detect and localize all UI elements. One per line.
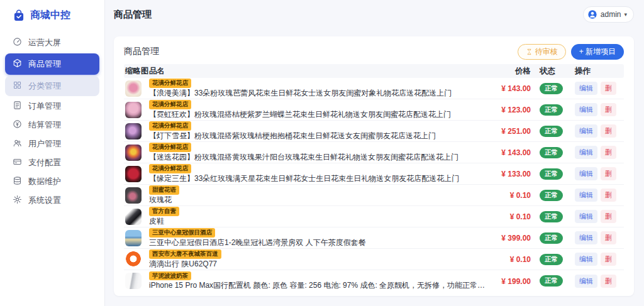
sidebar-item-label: 商品管理 (28, 58, 61, 70)
delete-button[interactable]: 删 (601, 275, 616, 288)
card-header: 商品管理 待审核 + 新增项目 (124, 43, 624, 60)
shop-badge: 芋泥波波奶茶 (149, 271, 191, 280)
product-name: iPhone 15 Pro Max国行配置机 颜色: 原色 容量: 256 电池… (149, 281, 487, 290)
status-badge: 正常 (540, 254, 563, 265)
table-row: 花满分鲜花店 【迷迭花园】粉玫瑰混搭黄玫瑰果汁阳台玫瑰花束生日鲜花礼物送女朋友闺… (124, 142, 624, 163)
table-row: 甜蜜花语 玫瑰花 ¥ 0.10 正常 编辑 删 (124, 185, 624, 206)
product-price: ¥ 143.00 (501, 148, 531, 157)
hourglass-icon (526, 48, 533, 55)
table-row: 官方自营 皮鞋 ¥ 0.10 正常 编辑 删 (124, 206, 624, 227)
delete-button[interactable]: 删 (601, 146, 616, 159)
card-actions: 待审核 + 新增项目 (518, 44, 624, 60)
sidebar-item[interactable]: 商品管理 (5, 53, 99, 75)
shop-badge: 西安市大唐不夜城茶百道 (149, 249, 221, 258)
user-menu[interactable]: admin ▾ (583, 6, 634, 23)
sidebar-item[interactable]: 用户管理 (5, 134, 99, 153)
edit-button[interactable]: 编辑 (575, 103, 597, 116)
product-card: 商品管理 待审核 + 新增项目 缩略图 品名 价格 状态 操作 (114, 36, 634, 296)
status-badge: 正常 (540, 190, 563, 201)
sidebar-item[interactable]: 系统设置 (5, 191, 99, 210)
product-price: ¥ 133.00 (501, 170, 531, 178)
sidebar-item-label: 运营大屏 (28, 37, 61, 48)
sidebar-item[interactable]: 结算管理 (5, 116, 99, 134)
product-thumbnail (125, 209, 142, 225)
sidebar-item[interactable]: 运营大屏 (5, 33, 99, 52)
product-thumbnail (125, 145, 142, 161)
edit-button[interactable]: 编辑 (575, 189, 597, 202)
pending-review-button[interactable]: 待审核 (518, 44, 566, 60)
delete-button[interactable]: 删 (601, 189, 616, 202)
sidebar-item-label: 数据维护 (28, 176, 61, 187)
edit-button[interactable]: 编辑 (575, 167, 597, 180)
shop-badge: 三亚中心皇冠假日酒店 (149, 228, 215, 237)
column-operations: 操作 (575, 66, 624, 77)
edit-button[interactable]: 编辑 (575, 275, 597, 288)
delete-button[interactable]: 删 (601, 253, 616, 266)
delete-button[interactable]: 删 (601, 210, 616, 223)
delete-button[interactable]: 删 (601, 124, 616, 138)
product-thumbnail (125, 251, 142, 268)
product-thumbnail (125, 230, 142, 246)
sidebar-item[interactable]: 支付配置 (5, 153, 99, 172)
delete-button[interactable]: 删 (601, 82, 616, 95)
shop-badge: 甜蜜花语 (149, 185, 179, 194)
column-status: 状态 (540, 66, 575, 77)
status-badge: 正常 (540, 211, 563, 222)
product-name: 玫瑰花 (149, 195, 487, 205)
product-name: 三亚中心皇冠假日酒店1-2晚皇冠礼遇湾景房双 人下午茶度假套餐 (149, 238, 487, 248)
sidebar-item-label: 订单管理 (28, 101, 61, 112)
user-name: admin (601, 10, 621, 19)
product-price: ¥ 0.10 (510, 212, 531, 221)
sidebar: 商城中控 运营大屏 商品管理 分类管理 订单管理 结算管理 用户管理 支付配置 … (0, 0, 105, 306)
sidebar-item-label: 用户管理 (28, 138, 61, 150)
edit-button[interactable]: 编辑 (575, 124, 597, 138)
table-row: 花满分鲜花店 【浪漫美满】33朵粉玫瑰芭蕾风花束生日鲜花女士送女朋友闺蜜对象礼物… (124, 78, 624, 99)
app-title: 商城中控 (30, 9, 70, 22)
add-item-button[interactable]: + 新增项目 (571, 44, 624, 60)
topbar: 商品管理 admin ▾ (105, 0, 644, 29)
shop-badge: 花满分鲜花店 (149, 79, 191, 87)
status-badge: 正常 (540, 83, 563, 94)
product-name: 滴滴出行 陕U62Q77 (149, 260, 487, 269)
table-row: 西安市大唐不夜城茶百道 滴滴出行 陕U62Q77 ¥ 0.10 正常 编辑 删 (124, 249, 624, 270)
card-title: 商品管理 (124, 46, 159, 57)
product-name: 皮鞋 (149, 217, 487, 226)
edit-button[interactable]: 编辑 (575, 146, 597, 159)
product-price: ¥ 123.00 (501, 106, 531, 114)
sidebar-item[interactable]: 分类管理 (5, 76, 99, 96)
sidebar-menu: 运营大屏 商品管理 分类管理 订单管理 结算管理 用户管理 支付配置 数据维护 … (0, 32, 104, 211)
gauge-icon (13, 37, 22, 48)
shopping-bag-icon (13, 9, 25, 22)
sidebar-item[interactable]: 订单管理 (5, 97, 99, 116)
product-table-body: 花满分鲜花店 【浪漫美满】33朵粉玫瑰芭蕾风花束生日鲜花女士送女朋友闺蜜对象礼物… (124, 78, 624, 292)
chevron-down-icon: ▾ (624, 11, 627, 18)
sidebar-item-label: 分类管理 (28, 80, 61, 92)
product-price: ¥ 399.00 (501, 234, 531, 243)
edit-button[interactable]: 编辑 (575, 210, 597, 223)
product-price: ¥ 251.00 (501, 127, 531, 136)
column-name: 品名 (149, 66, 487, 77)
status-badge: 正常 (540, 168, 563, 180)
sidebar-item-label: 支付配置 (28, 157, 61, 168)
bank-card-icon (13, 157, 22, 168)
status-badge: 正常 (540, 232, 563, 244)
table-row: 花满分鲜花店 【灯下雪昼】粉玫瑰混搭紫玫瑰桔梗抱抱桶花束生日鲜花送女友闺蜜朋友花… (124, 121, 624, 142)
delete-button[interactable]: 删 (601, 167, 616, 180)
delete-button[interactable]: 删 (601, 231, 616, 244)
shop-badge: 花满分鲜花店 (149, 121, 191, 130)
edit-button[interactable]: 编辑 (575, 253, 597, 266)
product-name: 【霓虹狂欢】粉玫瑰混搭桔梗紫罗兰蝴蝶兰花束生日鲜花礼物送女朋友闺蜜花店配送花上门 (149, 110, 487, 119)
edit-button[interactable]: 编辑 (575, 231, 597, 244)
sidebar-item[interactable]: 数据维护 (5, 172, 99, 191)
sidebar-item-label: 系统设置 (28, 195, 61, 206)
edit-button[interactable]: 编辑 (575, 82, 597, 95)
product-name: 【浪漫美满】33朵粉玫瑰芭蕾风花束生日鲜花女士送女朋友闺蜜对象礼物花店送花配送上… (149, 89, 487, 98)
main-area: 商品管理 admin ▾ 商品管理 待审核 + 新增项目 (105, 0, 644, 306)
status-badge: 正常 (540, 275, 563, 287)
product-thumbnail (125, 166, 142, 182)
order-list-icon (13, 101, 22, 112)
product-price: ¥ 0.10 (510, 191, 531, 200)
column-price: 价格 (487, 66, 540, 77)
delete-button[interactable]: 删 (601, 103, 616, 116)
shop-badge: 花满分鲜花店 (149, 143, 191, 151)
